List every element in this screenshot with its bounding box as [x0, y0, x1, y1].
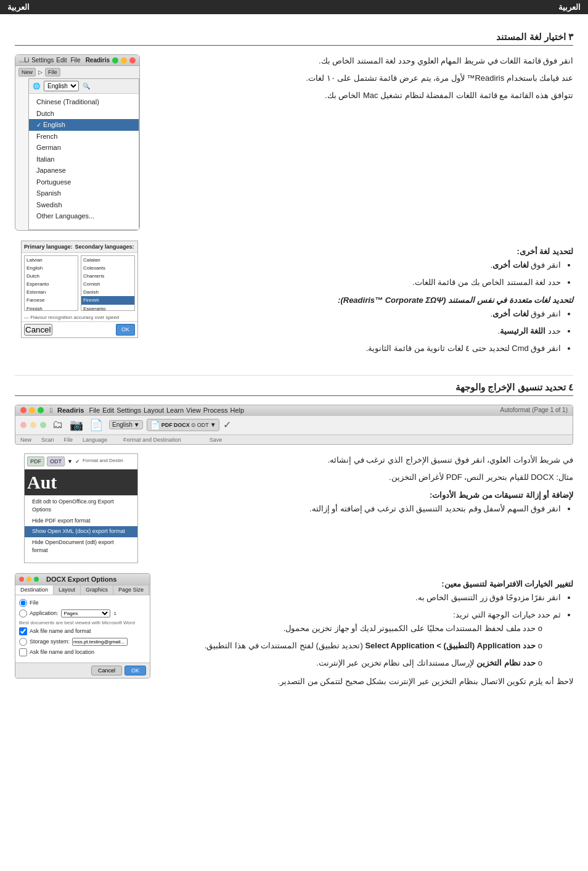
file-icon: 📄 — [89, 418, 103, 432]
menu-process[interactable]: Process — [203, 407, 228, 414]
list-item[interactable]: Catalan — [81, 256, 134, 264]
ok-button[interactable]: OK — [116, 324, 135, 336]
list-item[interactable]: Esperanto — [81, 305, 134, 311]
list-item[interactable]: Chameris — [81, 272, 134, 280]
list-item[interactable]: Esperanto — [25, 280, 78, 288]
menu-edit[interactable]: Edit — [102, 407, 114, 414]
check-icon[interactable]: ✓ — [223, 419, 231, 431]
min-btn[interactable] — [27, 577, 31, 582]
list-item[interactable]: Estonian — [25, 288, 78, 296]
pdf-label[interactable]: PDF — [161, 422, 173, 428]
storage-radio[interactable] — [19, 638, 27, 646]
close-btn[interactable] — [19, 577, 24, 582]
lang-item[interactable]: Portuguese — [29, 176, 139, 188]
docx-label[interactable]: DOCX — [174, 422, 190, 428]
section3-sub1-block: Primary language: Secondary languages: L… — [15, 241, 573, 360]
menu-learn[interactable]: Learn — [166, 407, 184, 414]
language-select[interactable]: English — [44, 81, 79, 91]
maximize-button[interactable] — [38, 407, 44, 413]
tab-destination[interactable]: Destination — [15, 585, 54, 595]
lang-item-other[interactable]: Other Languages... — [29, 210, 139, 222]
list-item[interactable]: Coleoants — [81, 264, 134, 272]
odt-btn[interactable]: ODT — [47, 456, 65, 466]
btn-new[interactable]: New — [18, 68, 36, 76]
list-item-selected[interactable]: Finnish — [81, 296, 134, 304]
lang-item[interactable]: French — [29, 131, 139, 142]
storage-row: Storage system: — [19, 638, 146, 646]
format-menu-item[interactable]: Edit odt to OpenOffice.org Export Option… — [25, 497, 137, 516]
lang-item[interactable]: Spanish — [29, 188, 139, 199]
list-item[interactable]: Cornish — [81, 280, 134, 288]
format-dropdown-arrow[interactable]: ▼ — [210, 421, 216, 428]
list-item[interactable]: Finnish — [25, 305, 78, 311]
lang-item[interactable]: Japanese — [29, 165, 139, 176]
header-right: العربية — [558, 2, 581, 12]
lang-item-english[interactable]: English — [29, 119, 139, 131]
app-radio[interactable] — [19, 609, 27, 617]
list-item[interactable]: Dutch — [25, 272, 78, 280]
language-group[interactable]: English ▼ — [109, 420, 143, 429]
app-select[interactable]: Pages — [61, 609, 110, 617]
menu-help[interactable]: Help — [230, 407, 244, 414]
ok-button[interactable]: OK — [125, 666, 146, 675]
list-item[interactable]: Danish — [81, 288, 134, 296]
btn-file[interactable]: File — [45, 68, 60, 76]
pdf-btn[interactable]: PDF — [27, 456, 44, 466]
ask-filename-checkbox[interactable] — [19, 627, 27, 635]
menu-settings[interactable]: Settings — [116, 407, 141, 414]
list-item[interactable]: Faroese — [25, 296, 78, 304]
minimize-button[interactable] — [29, 407, 35, 413]
sub2-bold: حدد Application (التطبيق) > Select Appli… — [365, 641, 536, 650]
menu-file[interactable]: File — [71, 57, 81, 64]
docx-export-dialog: DOCX Export Options Destination Layout G… — [15, 573, 150, 679]
tab-graphics[interactable]: Graphics — [81, 585, 113, 595]
bullet-item: انقر نقرًا مزدوجًا فوق زر التنسيق الخاص … — [161, 591, 561, 605]
close-button[interactable] — [20, 407, 27, 413]
storage-input[interactable] — [72, 638, 128, 646]
header-left: العربية — [7, 2, 30, 12]
toolbar-labels: New Scan File Language Format and Destin… — [15, 435, 573, 444]
odt-label[interactable]: ODT — [197, 422, 209, 428]
label-lang: Language — [83, 437, 107, 443]
max-btn[interactable] — [34, 577, 39, 582]
tab-layout[interactable]: Layout — [54, 585, 81, 595]
menu-settings[interactable]: Settings — [31, 57, 54, 64]
section-3-title: ٣ اختيار لغة المستند — [15, 31, 573, 46]
format-menu-item[interactable]: Hide PDF export format — [25, 516, 137, 527]
lang-item[interactable]: German — [29, 142, 139, 154]
format-menu-item-selected[interactable]: Show Open XML (docx) export format — [25, 526, 137, 537]
app-name-toolbar: Readiris — [57, 407, 84, 414]
check-btn[interactable]: ✓ — [75, 458, 80, 464]
tab-pagesize[interactable]: Page Size — [113, 585, 149, 595]
lang-item[interactable]: Swedish — [29, 199, 139, 211]
lang-item[interactable]: Dutch — [29, 108, 139, 120]
lang-label: English — [112, 421, 133, 428]
apple-menu[interactable]:  — [50, 407, 52, 414]
maximize-button[interactable] — [112, 57, 118, 64]
list-item[interactable]: Latvian — [25, 256, 78, 264]
cancel-button[interactable]: Cancel — [24, 324, 52, 336]
header-bar: العربية العربية — [0, 0, 588, 14]
menu-edit[interactable]: Edit — [56, 57, 67, 64]
menu-li[interactable]: Li... — [19, 57, 29, 64]
menu-view[interactable]: View — [186, 407, 201, 414]
odt-icon[interactable]: ⊙ — [191, 422, 196, 428]
min-icon — [30, 422, 36, 428]
menu-layout[interactable]: Layout — [144, 407, 164, 414]
dropdown-arrow[interactable]: ▼ — [67, 458, 73, 464]
section3-para1: انقر فوق قائمة اللغات في شريط المهام الع… — [151, 54, 573, 68]
menu-file[interactable]: File — [89, 407, 100, 414]
sub-item-2: حدد Application (التطبيق) > Select Appli… — [161, 639, 542, 653]
bullet-item: حدد لغة المستند الخاص بك من قائمة اللغات… — [149, 276, 561, 289]
file-radio[interactable] — [19, 599, 27, 607]
pdf-icon[interactable]: 📄 — [150, 420, 160, 430]
cancel-button[interactable]: Cancel — [91, 666, 122, 675]
lang-item[interactable]: Italian — [29, 154, 139, 165]
minimize-button[interactable] — [121, 57, 127, 64]
ask-location-checkbox[interactable] — [19, 648, 27, 656]
format-menu-item[interactable]: Hide OpenDocument (odt) export format — [25, 537, 137, 556]
list-item[interactable]: English — [25, 264, 78, 272]
close-button[interactable] — [129, 57, 136, 64]
dropdown-arrow[interactable]: ▼ — [134, 421, 140, 428]
lang-item[interactable]: Chinese (Traditional) — [29, 96, 139, 108]
